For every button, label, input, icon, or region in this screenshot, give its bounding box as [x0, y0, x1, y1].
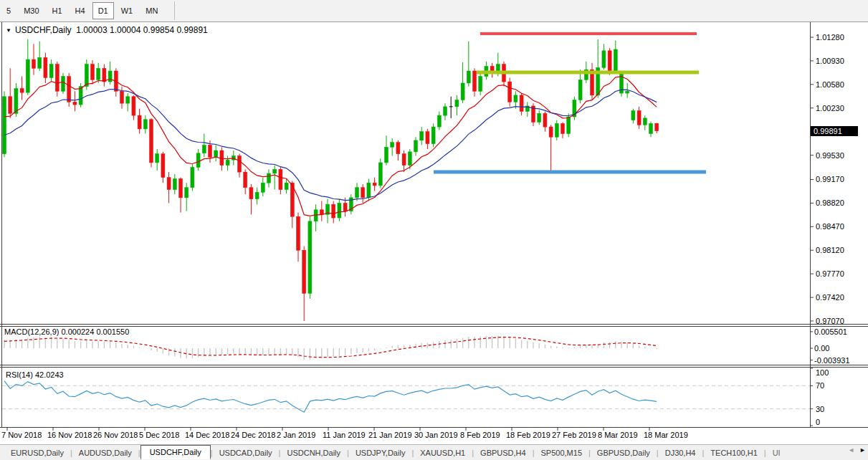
- candle-body: [62, 77, 65, 92]
- current-price-badge: 0.99891: [811, 126, 858, 136]
- tab-usdcnh-daily[interactable]: USDCNH,Daily: [280, 446, 347, 459]
- candle-body: [55, 64, 59, 92]
- candle-body: [408, 152, 411, 166]
- ma-slow-line: [4, 90, 657, 201]
- timeframe-button-MN[interactable]: MN: [140, 2, 163, 19]
- tab-usdcad-daily[interactable]: USDCAD,Daily: [213, 446, 279, 459]
- candle-body: [196, 153, 200, 168]
- scroll-right-icon[interactable]: ►: [859, 446, 866, 454]
- candle-body: [156, 154, 159, 163]
- candle-body: [608, 51, 611, 71]
- price-axis-label: 0.97770: [816, 269, 844, 278]
- candle-body: [150, 120, 153, 163]
- rsi-axis-label: 30: [816, 405, 824, 413]
- candle-body: [209, 145, 212, 157]
- price-axis-label: 0.97070: [816, 317, 844, 325]
- macd-axis-label: 0.00: [814, 344, 829, 353]
- candle-body: [32, 59, 36, 68]
- candle-body: [179, 179, 183, 198]
- tab-sp500-m15[interactable]: SP500,M15: [535, 446, 588, 459]
- macd-label: MACD(12,26,9) 0.000224 0.001550: [4, 327, 129, 336]
- chart-title: ▼USDCHF,Daily 1.00003 1.00004 0.99854 0.…: [6, 25, 208, 35]
- candle-body: [320, 210, 323, 215]
- tab-xauusd-h1[interactable]: XAUUSD,H1: [414, 446, 472, 459]
- date-axis-label: 18 Mar 2019: [644, 431, 688, 439]
- candle-body: [643, 118, 647, 125]
- candle-body: [267, 173, 271, 183]
- candle-body: [143, 120, 147, 129]
- candle-body: [38, 57, 42, 68]
- candle-body: [126, 97, 130, 103]
- candle-body: [279, 169, 282, 189]
- date-axis-label: 8 Feb 2019: [460, 431, 500, 439]
- candle-body: [649, 123, 653, 133]
- candle-body: [255, 192, 259, 198]
- tab-scroll-arrows: ◄►: [848, 446, 866, 454]
- candle-body: [9, 97, 12, 114]
- tab-usdjpy-daily[interactable]: USDJPY,Daily: [349, 446, 412, 459]
- candle-body: [431, 127, 435, 144]
- tab-gbpusd-h4[interactable]: GBPUSD,H4: [474, 446, 533, 459]
- candle-body: [120, 91, 124, 103]
- tab-dj30-h4[interactable]: DJ30,H4: [659, 446, 702, 459]
- candle-body: [514, 95, 518, 102]
- tab-usdchf-daily[interactable]: USDCHF,Daily: [140, 445, 211, 459]
- timeframe-button-M30[interactable]: M30: [18, 2, 44, 19]
- date-axis-label: 21 Jan 2019: [368, 431, 412, 439]
- tab-tech100-h1[interactable]: TECH100,H1: [704, 446, 763, 459]
- candle-body: [426, 132, 429, 144]
- price-axis-label: 1.01280: [816, 33, 844, 42]
- candle-body: [631, 111, 635, 120]
- candle-body: [202, 145, 206, 153]
- date-axis-label: 30 Jan 2019: [414, 431, 458, 439]
- terminal-window: 5M30H1H4D1W1MN ▼USDCHF,Daily 1.00003 1.0…: [0, 0, 868, 460]
- tab-gbpusd-daily[interactable]: GBPUSD,Daily: [591, 446, 657, 459]
- tab-eurusd-daily[interactable]: EURUSD,Daily: [4, 446, 70, 459]
- candle-body: [508, 82, 512, 102]
- candle-body: [302, 250, 306, 293]
- candle-body: [467, 71, 470, 83]
- timeframe-button-H1[interactable]: H1: [47, 2, 68, 19]
- candle-body: [44, 57, 47, 77]
- candle-body: [20, 88, 24, 92]
- candle-body: [97, 68, 100, 80]
- candle-body: [238, 156, 242, 173]
- candle-body: [578, 80, 582, 100]
- candle-body: [626, 91, 629, 93]
- scroll-left-icon[interactable]: ◄: [848, 446, 854, 454]
- candle-body: [226, 160, 229, 166]
- date-axis-label: 18 Feb 2019: [506, 431, 550, 439]
- chevron-down-icon[interactable]: ▼: [6, 27, 11, 34]
- chart-plot-area[interactable]: [0, 0, 868, 460]
- candle-body: [444, 107, 447, 115]
- ma-fast-line: [4, 77, 657, 216]
- candle-body: [138, 115, 141, 129]
- candle-body: [473, 71, 477, 91]
- tab-ui[interactable]: UI: [766, 446, 782, 459]
- timeframe-button-W1[interactable]: W1: [115, 2, 139, 19]
- price-axis-label: 0.98120: [816, 246, 844, 254]
- candle-body: [367, 183, 371, 198]
- candle-body: [338, 203, 341, 218]
- date-axis-label: 24 Dec 2018: [231, 431, 275, 439]
- price-axis-label: 0.99530: [816, 151, 844, 160]
- candle-body: [3, 97, 6, 154]
- candle-body: [414, 140, 418, 152]
- candle-body: [602, 51, 606, 68]
- date-axis-label: 8 Mar 2019: [598, 431, 638, 439]
- price-axis-label: 0.98820: [816, 198, 844, 207]
- candle-body: [79, 87, 82, 105]
- candle-body: [543, 113, 547, 127]
- macd-signal-line: [4, 337, 657, 358]
- tab-audusd-daily[interactable]: AUDUSD,Daily: [72, 446, 138, 459]
- chart-ohlc-values: 1.00003 1.00004 0.99854 0.99891: [76, 25, 208, 35]
- candle-body: [249, 188, 253, 199]
- timeframe-button-D1[interactable]: D1: [92, 2, 114, 19]
- timeframe-button-5[interactable]: 5: [1, 2, 16, 19]
- candle-body: [614, 49, 617, 71]
- candle-body: [26, 59, 29, 92]
- timeframe-button-H4[interactable]: H4: [70, 2, 91, 19]
- candle-body: [373, 183, 376, 186]
- price-axis-label: 0.97420: [816, 293, 844, 302]
- candle-body: [214, 150, 218, 157]
